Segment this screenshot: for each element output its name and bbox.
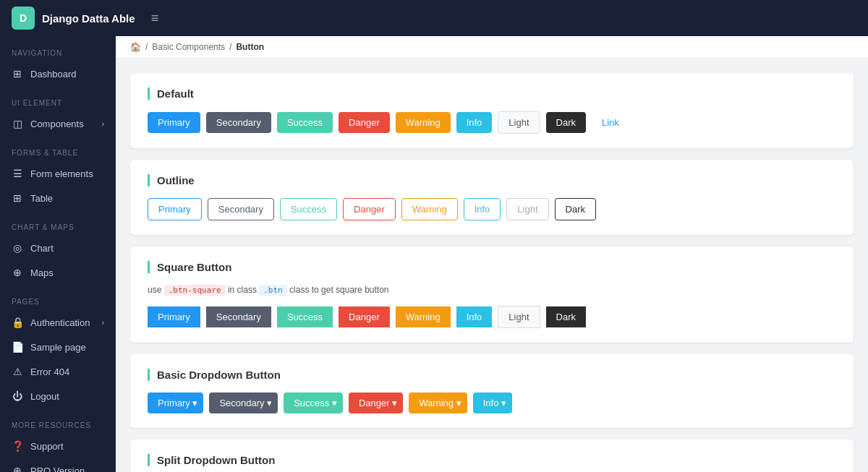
authentication-chevron-icon: › [102, 319, 104, 327]
section-square: Square Buttonuse .btn-square in class .b… [130, 246, 854, 343]
home-icon: 🏠 [130, 42, 141, 52]
btn-primary-default[interactable]: Primary [148, 112, 200, 133]
breadcrumb-current: Button [236, 42, 264, 52]
sidebar-item-label-logout: Logout [30, 391, 59, 402]
section-title-outline: Outline [148, 174, 836, 186]
sidebar-item-label-form-elements: Form elements [30, 168, 93, 179]
sidebar-item-components[interactable]: ◫Components› [0, 111, 116, 136]
btn-dropdown-success: Success ▾ [284, 392, 343, 413]
sidebar-item-label-authentication: Authentication [30, 317, 90, 328]
sidebar-item-label-maps: Maps [30, 267, 54, 278]
maps-icon: ⊕ [12, 267, 23, 278]
sample-page-icon: 📄 [12, 341, 23, 353]
btn-danger-default[interactable]: Danger [339, 112, 390, 133]
btn-info-default[interactable]: Info [456, 112, 493, 133]
btn-danger-square[interactable]: Danger [339, 306, 390, 327]
btn-dropdown-main-secondary[interactable]: Secondary ▾ [209, 392, 278, 413]
sidebar-item-form-elements[interactable]: ☰Form elements [0, 161, 116, 186]
btn-outline-warning[interactable]: Warning [401, 198, 458, 220]
sidebar-item-error-404[interactable]: ⚠Error 404 [0, 359, 116, 384]
section-default: DefaultPrimarySecondarySuccessDangerWarn… [130, 73, 854, 148]
code-tag-btn-square: .btn-square [164, 285, 226, 296]
sidebar-item-dashboard[interactable]: ⊞Dashboard [0, 61, 116, 86]
btn-dropdown-main-success[interactable]: Success ▾ [284, 392, 343, 413]
menu-toggle-button[interactable]: ≡ [151, 11, 159, 26]
btn-success-square[interactable]: Success [277, 306, 333, 327]
logout-icon: ⏻ [12, 390, 23, 402]
components-chevron-icon: › [102, 120, 104, 128]
btn-dropdown-info: Info ▾ [473, 392, 512, 413]
sidebar-item-label-table: Table [30, 193, 53, 204]
btn-outline-light[interactable]: Light [506, 198, 548, 220]
btn-warning-default[interactable]: Warning [396, 112, 451, 133]
sidebar-item-label-dashboard: Dashboard [30, 69, 77, 80]
pro-version-icon: ⊕ [12, 465, 23, 472]
sidebar-item-sample-page[interactable]: 📄Sample page [0, 335, 116, 359]
dashboard-icon: ⊞ [12, 68, 23, 80]
btn-outline-secondary[interactable]: Secondary [208, 198, 274, 220]
sidebar: NAVIGATION⊞DashboardUI ELEMENT◫Component… [0, 36, 116, 472]
btn-dropdown-main-info[interactable]: Info ▾ [473, 392, 512, 413]
btn-outline-primary[interactable]: Primary [148, 198, 202, 220]
app-title: Django Datta Able [42, 12, 135, 25]
sidebar-item-pro-version[interactable]: ⊕PRO Version [0, 458, 116, 472]
section-title-default: Default [148, 87, 836, 100]
btn-dropdown-main-primary[interactable]: Primary ▾ [148, 392, 203, 413]
btn-info-square[interactable]: Info [456, 306, 493, 327]
sidebar-item-logout[interactable]: ⏻Logout [0, 384, 116, 408]
sidebar-item-label-components: Components [30, 119, 84, 129]
sidebar-item-label-support: Support [30, 441, 64, 452]
topbar: D Django Datta Able ≡ [0, 0, 868, 36]
components-icon: ◫ [12, 118, 23, 129]
btn-dropdown-primary: Primary ▾ [148, 392, 203, 413]
btn-group-square: PrimarySecondarySuccessDangerWarningInfo… [148, 306, 836, 328]
breadcrumb: 🏠 / Basic Components / Button [116, 36, 868, 59]
sidebar-section-ui-element: UI ELEMENT [0, 86, 116, 111]
btn-warning-square[interactable]: Warning [396, 306, 451, 327]
btn-outline-danger[interactable]: Danger [343, 198, 396, 220]
sidebar-item-label-pro-version: PRO Version [30, 465, 85, 473]
section-basic-dropdown: Basic Dropdown ButtonPrimary ▾Secondary … [130, 354, 854, 428]
btn-outline-info[interactable]: Info [464, 198, 501, 220]
sidebar-item-table[interactable]: ⊞Table [0, 186, 116, 210]
code-tag-btn: .btn [259, 285, 287, 296]
sidebar-item-maps[interactable]: ⊕Maps [0, 260, 116, 285]
section-title-split-dropdown: Split Dropdown Button [148, 454, 836, 466]
btn-secondary-square[interactable]: Secondary [206, 306, 271, 327]
sidebar-item-chart[interactable]: ◎Chart [0, 236, 116, 260]
section-title-square: Square Button [148, 261, 836, 273]
chart-icon: ◎ [12, 242, 23, 254]
btn-light-default[interactable]: Light [498, 111, 540, 134]
btn-link-default[interactable]: Link [592, 112, 629, 133]
sidebar-section-pages: PAGES [0, 285, 116, 310]
sidebar-item-authentication[interactable]: 🔒Authentication› [0, 310, 116, 335]
authentication-icon: 🔒 [12, 317, 23, 328]
btn-dropdown-main-warning[interactable]: Warning ▾ [409, 392, 467, 413]
btn-dropdown-danger: Danger ▾ [349, 392, 403, 413]
btn-dark-default[interactable]: Dark [546, 112, 586, 133]
logo-area: D Django Datta Able ≡ [12, 7, 158, 30]
table-icon: ⊞ [12, 192, 23, 204]
btn-group-default: PrimarySecondarySuccessDangerWarningInfo… [148, 111, 836, 134]
sidebar-item-support[interactable]: ❓Support [0, 434, 116, 458]
btn-outline-dark[interactable]: Dark [555, 198, 596, 220]
btn-primary-square[interactable]: Primary [148, 306, 200, 327]
btn-dropdown-main-danger[interactable]: Danger ▾ [349, 392, 403, 413]
btn-dropdown-secondary: Secondary ▾ [209, 392, 278, 413]
section-outline: OutlinePrimarySecondarySuccessDangerWarn… [130, 160, 854, 235]
main-layout: NAVIGATION⊞DashboardUI ELEMENT◫Component… [0, 36, 868, 472]
section-title-basic-dropdown: Basic Dropdown Button [148, 369, 836, 381]
logo-icon: D [12, 7, 35, 30]
error-404-icon: ⚠ [12, 366, 23, 377]
btn-dropdown-warning: Warning ▾ [409, 392, 467, 413]
breadcrumb-basic-components[interactable]: Basic Components [152, 42, 225, 52]
btn-secondary-default[interactable]: Secondary [206, 112, 271, 133]
form-elements-icon: ☰ [12, 168, 23, 179]
section-split-dropdown: Split Dropdown ButtonPrimary▾Secondary▾S… [130, 439, 854, 472]
code-hint: use .btn-square in class .btn class to g… [148, 285, 836, 296]
btn-dark-square[interactable]: Dark [546, 306, 586, 327]
btn-success-default[interactable]: Success [277, 112, 333, 133]
btn-outline-success[interactable]: Success [280, 198, 337, 220]
sidebar-item-label-chart: Chart [30, 243, 54, 254]
btn-light-square[interactable]: Light [498, 306, 540, 328]
